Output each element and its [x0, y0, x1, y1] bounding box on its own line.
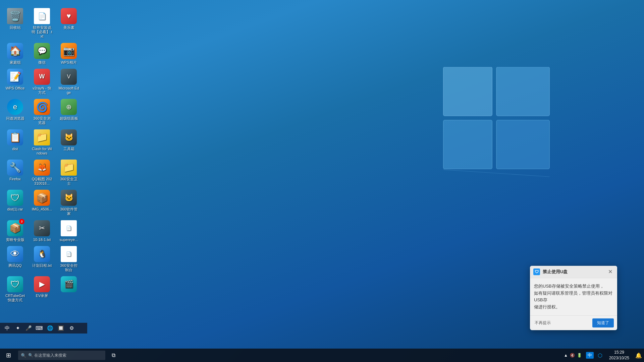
clash-tray-icon[interactable]: ⬡	[595, 349, 605, 362]
icon-label-qq-folder: 360安全卫士	[58, 177, 79, 186]
icon-cr-tube[interactable]: ▶ EV录屏	[30, 275, 54, 304]
notif-body: 您的USB存储被安全策略禁止使用， 如有疑问请联系管理员，管理员有权限对USB存…	[530, 278, 617, 315]
icon-txt-job[interactable]: 📄 360安全控制台	[57, 245, 80, 274]
icon-supereye[interactable]: 👁 腾讯QQ	[3, 245, 27, 274]
settings-small-icon[interactable]: ⚙	[67, 324, 76, 333]
icon-wps-meili[interactable]: ♥ 美乐素	[57, 7, 80, 40]
icon-label-wechat: 微信	[38, 60, 46, 65]
notif-close-button[interactable]: ✕	[607, 268, 614, 275]
icon-home-start[interactable]: 🏠 家庭组	[3, 42, 27, 66]
icon-label-home-start: 家庭组	[10, 60, 21, 65]
taskbar-ime[interactable]: 中	[585, 352, 595, 359]
icon-label-tools-start: Firefox	[9, 177, 21, 181]
recycle-bin-icon: 🗑️	[7, 8, 23, 24]
icon-tools-start[interactable]: 🔧 Firefox	[3, 158, 27, 187]
notif-shield-icon: 🛡	[533, 268, 540, 275]
icon-txt-10-18[interactable]: 📄 supereye...	[57, 219, 80, 243]
icon-dist-rar[interactable]: 📦 IMG_4506...	[30, 188, 54, 217]
start-icon: ⊞	[6, 352, 11, 359]
icon-ms-edge[interactable]: e 问道浏览器	[3, 98, 27, 126]
notif-line3: 储进行授权。	[534, 304, 560, 309]
svg-line-4	[443, 170, 550, 177]
icon-label-v2rayn: Microsoft Edge	[58, 86, 79, 95]
icon-label-txt-10-18: supereye...	[60, 238, 78, 242]
task-view-icon: ⧉	[112, 352, 115, 358]
icon-label-super-panel: dist	[12, 147, 18, 151]
jianying-icon: ✂	[34, 220, 50, 236]
svg-rect-2	[443, 120, 492, 169]
icon-label-wps-meili: 美乐素	[63, 25, 74, 30]
grid-icon[interactable]: 🔲	[56, 324, 65, 333]
icon-label-360-control: CRTubeGet 快捷方式	[5, 294, 25, 302]
taskbar-clock[interactable]: 15:29 2023/10/25	[605, 349, 633, 362]
clash-windows-icon: 🐱	[61, 129, 77, 145]
qq-browser-icon: 🌀	[34, 99, 50, 115]
icon-img-4506[interactable]: 🐱 360软件管家	[57, 188, 80, 217]
notif-no-remind-button[interactable]: 不再提示	[533, 319, 552, 326]
icon-wps-office[interactable]: W v2rayN - 快方式	[30, 67, 54, 96]
tray-expand-icon[interactable]: ▲	[564, 353, 568, 358]
icon-label-dist-rar: IMG_4506...	[32, 207, 52, 212]
icon-qq[interactable]: 🐧 计划日程.txt	[30, 245, 54, 274]
icon-360safe[interactable]: 🛡 dist(1).rar	[3, 188, 27, 217]
icon-label-soft-360: 剪映专业版	[6, 238, 24, 242]
start-button[interactable]: ⊞	[0, 349, 17, 362]
taskbar-search[interactable]: 🔍 🔍 在这里输入来搜索	[18, 351, 105, 360]
usb-notification-popup: 🛡 禁止使用U盘 ✕ 您的USB存储被安全策略禁止使用， 如有疑问请联系管理员，…	[530, 266, 617, 330]
icon-wps-photo[interactable]: 📷 WPS相片	[57, 42, 80, 66]
icon-feature-intro[interactable]: 📝 WPS Office	[3, 67, 27, 96]
icon-label-360browser: 超级组面板	[60, 116, 78, 121]
icon-software-notes[interactable]: 📄 软件安装说明【必看】.txt	[30, 7, 54, 40]
ms-edge-icon: e	[7, 99, 23, 115]
qq-folder-icon: 📁	[61, 160, 77, 176]
network-icon[interactable]: 🌐	[46, 324, 54, 333]
icon-qq-browser[interactable]: 🌀 360安全浏览器	[30, 98, 54, 126]
icon-super-panel[interactable]: 📋 dist	[3, 128, 27, 157]
ime-chinese-icon[interactable]: 中	[3, 324, 11, 333]
desktop-icons-container: 🗑️ 回收站 📄 软件安装说明【必看】.txt ♥ 美乐素 🏠 家庭组 💬 微信…	[0, 3, 84, 307]
icon-soft-360[interactable]: 📦 3 剪映专业版	[3, 219, 27, 243]
search-placeholder: 🔍 在这里输入来搜索	[28, 353, 66, 358]
360-control-icon: 🛡	[7, 276, 23, 292]
icon-ev-record[interactable]: 🎬	[57, 275, 80, 304]
feature-intro-icon: 📝	[7, 69, 23, 85]
wps-photo-icon: 📷	[61, 43, 77, 59]
tray-battery-icon[interactable]: 🔋	[577, 353, 582, 358]
icon-label-clash-windows: 工具箱	[63, 147, 74, 151]
keyboard-icon[interactable]: ⌨	[35, 324, 44, 333]
icon-label-ms-edge: 问道浏览器	[6, 116, 24, 121]
icon-qq-folder[interactable]: 📁 360安全卫士	[57, 158, 80, 187]
ime-english-icon[interactable]: ✦	[13, 324, 22, 333]
tray-mute-icon[interactable]: 🔇	[570, 353, 575, 358]
taskbar-right: ▲ 🔇 🔋 中 ⬡ 15:29 2023/10/25 🔔	[561, 349, 644, 362]
icon-clash-windows[interactable]: 🐱 工具箱	[57, 128, 80, 157]
task-view-button[interactable]: ⧉	[107, 349, 120, 362]
icon-label-firefox: QQ截图 202310018...	[32, 177, 52, 186]
notification-center-button[interactable]: 🔔	[633, 349, 644, 362]
icon-jianying[interactable]: ✂ 10-18-1.txt	[30, 219, 54, 243]
qq-icon: 🐧	[34, 246, 50, 262]
windows-logo	[443, 67, 550, 194]
icon-firefox[interactable]: 🦊 QQ截图 202310018...	[30, 158, 54, 187]
icon-dist[interactable]: 📁 Clash for Windows	[30, 128, 54, 157]
notif-title: 禁止使用U盘	[543, 269, 568, 275]
system-tray: ▲ 🔇 🔋	[561, 349, 585, 362]
notif-line2: 如有疑问请联系管理员，管理员有权限对USB存	[534, 291, 612, 303]
icon-v2rayn[interactable]: V Microsoft Edge	[57, 67, 80, 96]
soft-360-icon: 📦 3	[7, 220, 23, 236]
dist-icon: 📁	[34, 129, 50, 145]
wps-office-icon: W	[34, 69, 50, 85]
super-panel-icon: 📋	[7, 129, 23, 145]
dist-rar-icon: 📦	[34, 190, 50, 206]
search-icon: 🔍	[21, 353, 26, 358]
icon-wechat[interactable]: 💬 微信	[30, 42, 54, 66]
supereye-icon: 👁	[7, 246, 23, 262]
notif-ok-button[interactable]: 知道了	[592, 318, 614, 327]
icon-360browser[interactable]: ⊕ 超级组面板	[57, 98, 80, 126]
notif-footer: 不再提示 知道了	[530, 315, 617, 330]
icon-360-control[interactable]: 🛡 CRTubeGet 快捷方式	[3, 275, 27, 304]
icon-recycle-bin[interactable]: 🗑️ 回收站	[3, 7, 27, 40]
txt-10-18-icon: 📄	[61, 220, 77, 236]
ime-label: 中	[586, 352, 594, 359]
voice-icon[interactable]: 🎤	[24, 324, 33, 333]
